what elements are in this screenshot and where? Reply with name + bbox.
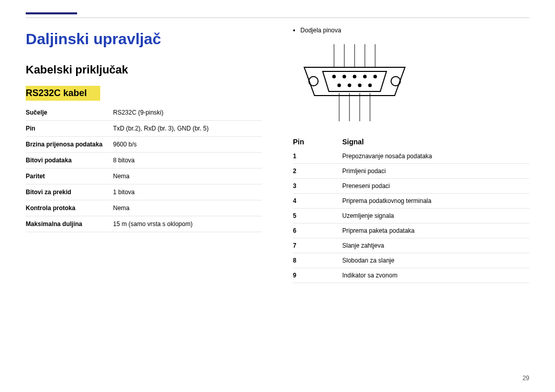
pin-number: 9: [293, 272, 342, 279]
pin-signal: Uzemljenje signala: [342, 212, 529, 219]
spec-label: Bitovi podataka: [26, 157, 113, 164]
spec-row: Bitovi podataka8 bitova: [26, 153, 262, 169]
svg-marker-10: [323, 71, 386, 91]
spec-label: Bitovi za prekid: [26, 189, 113, 196]
pin-number: 5: [293, 212, 342, 219]
pin-number: 2: [293, 167, 342, 175]
spec-value: Nema: [113, 204, 262, 212]
spec-row: PinTxD (br.2), RxD (br. 3), GND (br. 5): [26, 121, 262, 137]
spec-value: 15 m (samo vrsta s oklopom): [113, 220, 262, 228]
spec-value: RS232C (9-pinski): [113, 109, 262, 116]
pin-signal: Prepoznavanje nosača podataka: [342, 153, 529, 160]
spec-value: 9600 b/s: [113, 141, 262, 148]
pin-row: 4Priprema podatkovnog terminala: [293, 194, 529, 209]
cable-heading: RS232C kabel: [26, 86, 100, 101]
pin-signal: Slanje zahtjeva: [342, 242, 529, 249]
svg-point-12: [391, 77, 400, 86]
svg-point-14: [343, 75, 346, 79]
pin-signal: Indikator sa zvonom: [342, 272, 529, 279]
bullet-icon: •: [293, 26, 295, 34]
spec-row: Bitovi za prekid1 bitova: [26, 184, 262, 200]
pin-row: 6Priprema paketa podataka: [293, 223, 529, 238]
section-subtitle: Kabelski priključak: [26, 63, 262, 77]
pin-row: 8Slobodan za slanje: [293, 253, 529, 268]
spec-value: 1 bitova: [113, 189, 262, 196]
svg-point-15: [353, 75, 357, 79]
svg-point-11: [309, 77, 318, 86]
svg-point-13: [332, 75, 336, 79]
pin-number: 3: [293, 182, 342, 190]
pin-row: 1Prepoznavanje nosača podataka: [293, 149, 529, 164]
pin-signal: Preneseni podaci: [342, 182, 529, 190]
spec-label: Pin: [26, 125, 113, 132]
pin-header-signal: Signal: [342, 138, 529, 146]
spec-label: Kontrola protoka: [26, 204, 113, 212]
pin-signal: Priprema podatkovnog terminala: [342, 197, 529, 204]
svg-point-19: [348, 84, 351, 87]
spec-label: Brzina prijenosa podataka: [26, 141, 113, 148]
spec-row: SučeljeRS232C (9-pinski): [26, 105, 262, 121]
spec-row: Brzina prijenosa podataka9600 b/s: [26, 137, 262, 153]
pin-header-pin: Pin: [293, 138, 342, 146]
spec-value: 8 bitova: [113, 157, 262, 164]
svg-point-21: [368, 84, 372, 87]
spec-row: Kontrola protokaNema: [26, 200, 262, 216]
spec-value: TxD (br.2), RxD (br. 3), GND (br. 5): [113, 125, 262, 132]
spec-row: Maksimalna duljina15 m (samo vrsta s okl…: [26, 216, 262, 232]
spec-table: SučeljeRS232C (9-pinski)PinTxD (br.2), R…: [26, 105, 262, 232]
pin-row: 7Slanje zahtjeva: [293, 238, 529, 253]
db9-connector-diagram: [299, 44, 529, 123]
pin-row: 9Indikator sa zvonom: [293, 268, 529, 283]
spec-row: ParitetNema: [26, 169, 262, 184]
pin-signal: Primljeni podaci: [342, 167, 529, 175]
pin-row: 5Uzemljenje signala: [293, 209, 529, 223]
pin-table: 1Prepoznavanje nosača podataka2Primljeni…: [293, 149, 529, 283]
svg-point-20: [358, 84, 362, 87]
pin-number: 6: [293, 227, 342, 234]
spec-label: Sučelje: [26, 109, 113, 116]
pin-table-header: Pin Signal: [293, 135, 529, 149]
spec-label: Maksimalna duljina: [26, 220, 113, 228]
pin-number: 1: [293, 153, 342, 160]
page-title: Daljinski upravljač: [26, 30, 262, 48]
pin-row: 3Preneseni podaci: [293, 179, 529, 194]
pin-signal: Slobodan za slanje: [342, 257, 529, 264]
pin-signal: Priprema paketa podataka: [342, 227, 529, 234]
svg-point-17: [374, 75, 377, 79]
svg-point-18: [338, 84, 341, 87]
pin-number: 8: [293, 257, 342, 264]
pin-assignment-title: Dodjela pinova: [301, 27, 341, 34]
pin-row: 2Primljeni podaci: [293, 164, 529, 179]
pin-number: 7: [293, 242, 342, 249]
spec-label: Paritet: [26, 173, 113, 180]
spec-value: Nema: [113, 173, 262, 180]
svg-point-16: [363, 75, 367, 79]
page-number: 29: [523, 375, 529, 382]
pin-number: 4: [293, 197, 342, 204]
